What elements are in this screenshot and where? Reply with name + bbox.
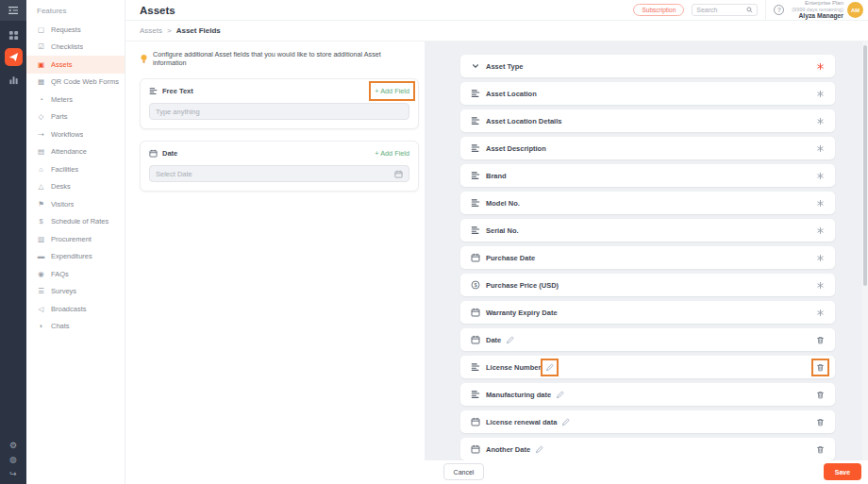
required-asterisk-icon — [816, 144, 825, 153]
sidebar-item-visitors[interactable]: ⚑Visitors — [26, 195, 125, 213]
gear-icon[interactable]: ⚙ — [9, 441, 17, 451]
field-label: Purchase Date — [486, 254, 535, 262]
search-placeholder: Search — [696, 7, 717, 13]
free-text-preview-input[interactable]: Type anything — [149, 103, 409, 120]
attendance-icon: ▤ — [37, 147, 45, 156]
save-button[interactable]: Save — [824, 463, 861, 480]
field-row-purchase-date[interactable]: Purchase Date — [460, 246, 835, 269]
sidebar-item-qr-code-web-forms[interactable]: ▦QR Code Web Forms — [26, 74, 125, 92]
sidebar-item-broadcasts[interactable]: ◁Broadcasts — [26, 300, 125, 318]
tip-text: Configure additional Asset fields that y… — [153, 50, 413, 67]
logout-icon[interactable]: ↪ — [9, 469, 17, 479]
sidebar-item-assets[interactable]: ▣Assets — [26, 56, 125, 74]
desks-icon: △ — [37, 182, 45, 191]
globe-icon[interactable]: ◍ — [9, 455, 17, 465]
required-asterisk-icon — [816, 281, 825, 290]
field-row-asset-location[interactable]: Asset Location — [460, 82, 835, 105]
scrollbar-thumb[interactable] — [863, 45, 867, 286]
sidebar-item-surveys[interactable]: ☰Surveys — [26, 283, 125, 301]
sidebar-item-facilities[interactable]: ⌂Facilities — [26, 160, 125, 178]
calendar-icon — [471, 417, 480, 426]
field-row-asset-description[interactable]: Asset Description — [460, 137, 835, 159]
calendar-icon — [471, 444, 480, 454]
pencil-icon[interactable] — [561, 418, 570, 426]
sidebar-item-expenditures[interactable]: ▬Expenditures — [26, 248, 125, 266]
menu-fold-icon[interactable] — [0, 0, 26, 21]
sidebar-item-requests[interactable]: ▢Requests — [26, 21, 125, 39]
rail-item-features[interactable] — [5, 48, 23, 66]
field-row-purchase-price-usd[interactable]: $Purchase Price (USD) — [460, 274, 835, 296]
sidebar-item-procurement[interactable]: ▥Procurement — [26, 230, 125, 248]
plan-name: Enterprise Plan — [792, 0, 843, 7]
sidebar-item-workflows[interactable]: ⇢Workflows — [26, 125, 125, 143]
trash-icon[interactable] — [816, 418, 825, 426]
sidebar-item-meters[interactable]: ◔Meters — [26, 91, 125, 108]
field-row-date[interactable]: Date — [460, 328, 835, 351]
sidebar-item-parts[interactable]: ◇Parts — [26, 108, 125, 126]
avatar[interactable]: AM — [847, 2, 863, 18]
field-row-another-date[interactable]: Another Date — [460, 438, 835, 460]
field-row-license-renewal-data[interactable]: License renewal data — [460, 410, 835, 433]
field-row-model-no[interactable]: Model No. — [460, 192, 835, 214]
content-area: Configure additional Asset fields that y… — [125, 42, 868, 460]
field-row-brand[interactable]: Brand — [460, 164, 835, 187]
subscription-button[interactable]: Subscription — [633, 4, 684, 16]
field-row-serial-no[interactable]: Serial No. — [460, 219, 835, 242]
chevron-down-icon[interactable] — [471, 61, 480, 71]
calendar-icon — [471, 308, 480, 317]
field-row-asset-type[interactable]: Asset Type — [460, 55, 835, 77]
field-label: Model No. — [486, 199, 520, 208]
rail-item-apps[interactable] — [6, 27, 21, 42]
breadcrumb-current: Asset Fields — [176, 26, 221, 35]
pencil-icon[interactable] — [545, 363, 554, 372]
text-lines-icon — [471, 89, 480, 98]
text-lines-icon — [471, 143, 480, 153]
required-asterisk-icon — [816, 309, 825, 317]
meters-icon: ◔ — [37, 95, 45, 104]
field-row-asset-location-details[interactable]: Asset Location Details — [460, 109, 835, 132]
sidebar-item-label: Parts — [51, 112, 68, 121]
required-asterisk-icon — [816, 254, 825, 262]
field-label: Date — [486, 336, 501, 344]
search-input[interactable]: Search — [692, 4, 758, 16]
sidebar-item-desks[interactable]: △Desks — [26, 178, 125, 196]
sidebar-item-faqs[interactable]: ◉FAQs — [26, 265, 125, 283]
pencil-icon[interactable] — [535, 445, 543, 454]
bulb-icon — [140, 54, 148, 64]
add-field-button[interactable]: + Add Field — [375, 149, 409, 158]
sidebar-item-label: Assets — [51, 60, 73, 69]
add-field-button[interactable]: + Add Field — [375, 87, 409, 95]
rail-item-analytics[interactable] — [6, 72, 21, 87]
field-label: Asset Location — [486, 90, 537, 98]
tip-banner: Configure additional Asset fields that y… — [140, 50, 413, 67]
sidebar-item-label: Workflows — [51, 130, 83, 139]
requests-icon: ▢ — [37, 25, 45, 34]
help-icon[interactable]: ? — [774, 5, 784, 15]
calendar-icon — [471, 253, 480, 262]
field-label: Warranty Expiry Date — [486, 309, 558, 317]
user-name: Alyza Manager — [792, 12, 843, 20]
checklists-icon: ☑ — [37, 42, 45, 51]
sidebar-item-chats[interactable]: ◗Chats — [26, 318, 125, 336]
field-row-warranty-expiry-date[interactable]: Warranty Expiry Date — [460, 301, 835, 324]
cancel-button[interactable]: Cancel — [443, 463, 484, 480]
date-card: Date + Add Field Select Date — [140, 141, 419, 192]
sidebar-item-schedule-of-rates[interactable]: $Schedule of Rates — [26, 213, 125, 231]
field-row-manufacturing-date[interactable]: Manufacturing date — [460, 383, 835, 406]
sidebar-item-checklists[interactable]: ☑Checklists — [26, 39, 125, 57]
trash-icon[interactable] — [816, 391, 825, 399]
date-preview-input[interactable]: Select Date — [149, 165, 409, 182]
sidebar-item-attendance[interactable]: ▤Attendance — [26, 143, 125, 161]
expenditures-icon: ▬ — [37, 252, 45, 260]
breadcrumb-assets[interactable]: Assets — [140, 26, 162, 35]
field-label: License Number — [486, 363, 541, 372]
trash-icon[interactable] — [816, 363, 825, 372]
trash-icon[interactable] — [816, 445, 825, 454]
sidebar-item-label: Schedule of Rates — [51, 217, 108, 225]
field-row-license-number[interactable]: License Number — [460, 356, 835, 378]
scrollbar[interactable] — [862, 42, 868, 460]
trash-icon[interactable] — [816, 336, 825, 344]
pencil-icon[interactable] — [556, 391, 564, 399]
pencil-icon[interactable] — [506, 336, 514, 344]
procurement-icon: ▥ — [37, 235, 45, 243]
